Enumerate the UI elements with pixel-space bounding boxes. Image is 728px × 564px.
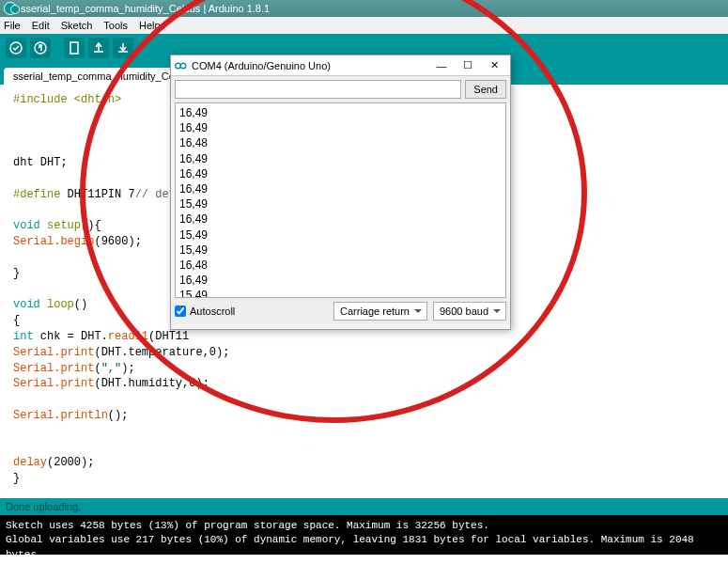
- svg-point-3: [176, 63, 181, 69]
- line-ending-select[interactable]: Carriage return: [333, 302, 427, 321]
- serial-line: 16,49: [179, 212, 502, 227]
- new-button[interactable]: [64, 38, 85, 58]
- status-bar: Done uploading.: [0, 498, 728, 515]
- status-text: Done uploading.: [6, 501, 81, 512]
- svg-rect-2: [70, 42, 78, 54]
- sketch-tab[interactable]: sserial_temp_comma_humidity_Ce: [4, 68, 184, 85]
- close-button[interactable]: ✕: [486, 59, 503, 72]
- menu-sketch[interactable]: Sketch: [61, 20, 93, 31]
- send-button[interactable]: Send: [465, 80, 506, 99]
- autoscroll-input[interactable]: [175, 306, 186, 317]
- serial-line: 15,49: [179, 196, 502, 212]
- autoscroll-checkbox[interactable]: Autoscroll: [175, 306, 328, 317]
- arduino-logo-icon: [4, 2, 17, 15]
- menu-help[interactable]: Help: [139, 20, 161, 31]
- svg-point-4: [180, 63, 186, 69]
- serial-line: 16,48: [179, 135, 502, 150]
- serial-window-title: COM4 (Arduino/Genuino Uno): [192, 60, 433, 71]
- serial-line: 15,49: [179, 288, 502, 298]
- upload-button[interactable]: [30, 38, 51, 58]
- menu-tools[interactable]: Tools: [103, 20, 128, 31]
- serial-line: 16,49: [179, 151, 502, 166]
- serial-title-bar[interactable]: COM4 (Arduino/Genuino Uno) — ☐ ✕: [171, 55, 510, 76]
- save-button[interactable]: [113, 38, 133, 58]
- menu-file[interactable]: File: [4, 20, 21, 31]
- app-title: sserial_temp_comma_humidity_Celsus | Ard…: [21, 3, 270, 14]
- app-title-bar: sserial_temp_comma_humidity_Celsus | Ard…: [0, 0, 728, 17]
- serial-line: 16,48: [179, 258, 502, 273]
- serial-line: 16,49: [179, 273, 502, 288]
- baud-rate-select[interactable]: 9600 baud: [433, 302, 506, 321]
- menu-edit[interactable]: Edit: [32, 20, 50, 31]
- serial-output[interactable]: 16,4916,4916,4816,4916,4916,4915,4916,49…: [175, 102, 506, 298]
- maximize-button[interactable]: ☐: [459, 59, 476, 72]
- verify-button[interactable]: [6, 38, 26, 58]
- serial-line: 15,49: [179, 243, 502, 258]
- minimize-button[interactable]: —: [433, 59, 450, 72]
- serial-line: 16,49: [179, 105, 502, 120]
- serial-monitor-window: COM4 (Arduino/Genuino Uno) — ☐ ✕ Send 16…: [170, 55, 511, 330]
- serial-line: 16,49: [179, 181, 502, 196]
- send-row: Send: [171, 76, 510, 102]
- serial-line: 16,49: [179, 120, 502, 135]
- serial-line: 16,49: [179, 166, 502, 181]
- serial-input[interactable]: [175, 80, 461, 99]
- arduino-logo-icon: [175, 59, 188, 72]
- svg-point-1: [35, 42, 46, 54]
- menu-bar: File Edit Sketch Tools Help: [0, 17, 728, 34]
- open-button[interactable]: [88, 38, 109, 58]
- serial-line: 15,49: [179, 227, 502, 243]
- output-console: Sketch uses 4258 bytes (13%) of program …: [0, 515, 728, 555]
- console-line: Sketch uses 4258 bytes (13%) of program …: [6, 519, 722, 533]
- console-line: Global variables use 217 bytes (10%) of …: [6, 533, 722, 562]
- serial-bottom-bar: Autoscroll Carriage return 9600 baud: [171, 298, 510, 324]
